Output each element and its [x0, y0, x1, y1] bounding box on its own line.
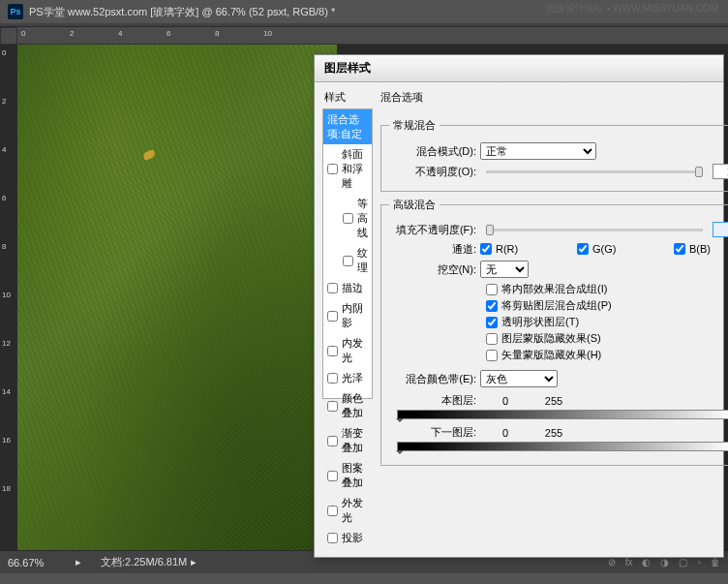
style-label: 描边	[342, 281, 363, 295]
adv-check[interactable]: 将内部效果混合成组(I)	[486, 282, 728, 296]
style-item[interactable]: 内发光	[323, 333, 372, 368]
fill-input[interactable]	[713, 222, 728, 237]
dialog-title[interactable]: 图层样式	[315, 55, 723, 82]
style-checkbox[interactable]	[327, 346, 338, 356]
styles-panel: 样式 混合选项:自定斜面和浮雕等高线纹理描边内阴影内发光光泽颜色叠加渐变叠加图案…	[322, 90, 373, 549]
link-icon[interactable]: ⊘	[608, 557, 616, 568]
style-label: 混合选项:自定	[327, 112, 368, 141]
new-icon[interactable]: ▫	[697, 557, 701, 568]
style-checkbox[interactable]	[327, 533, 338, 543]
style-checkbox[interactable]	[343, 256, 353, 266]
ruler-horizontal[interactable]: 0 2 4 6 8 10	[17, 27, 728, 45]
style-checkbox[interactable]	[327, 471, 338, 481]
style-item[interactable]: 投影	[323, 528, 372, 548]
blending-options-group: 混合选项	[380, 90, 728, 112]
blend-options-title: 混合选项	[380, 90, 728, 108]
adjust-icon[interactable]: ◑	[660, 557, 669, 568]
style-label: 图案叠加	[342, 461, 368, 490]
channels-label: 通道:	[389, 242, 476, 257]
fx-icon[interactable]: fx	[625, 557, 633, 568]
opacity-label: 不透明度(O):	[389, 165, 476, 179]
style-item[interactable]: 渐变叠加	[323, 423, 372, 458]
zoom-level[interactable]: 66.67%	[8, 557, 76, 569]
general-blend-group: 常规混合 混合模式(D): 正常 不透明度(O): %	[380, 118, 728, 192]
opacity-slider[interactable]	[486, 170, 703, 173]
style-checkbox[interactable]	[327, 436, 338, 446]
adv-check[interactable]: 将剪贴图层混合成组(P)	[486, 298, 728, 313]
channel-b[interactable]: B(B)	[674, 243, 728, 255]
style-label: 颜色叠加	[342, 391, 368, 420]
folder-icon[interactable]: ▢	[679, 557, 687, 568]
style-item[interactable]: 外发光	[323, 493, 372, 528]
blendif-label: 混合颜色带(E):	[389, 372, 476, 386]
blend-mode-select[interactable]: 正常	[480, 142, 596, 160]
ps-icon: Ps	[8, 4, 23, 19]
advanced-blend-group: 高级混合 填充不透明度(F): % 通道: R(R) G(G) B(B)	[380, 198, 728, 466]
adv-check[interactable]: 矢量蒙版隐藏效果(H)	[486, 348, 728, 362]
trash-icon[interactable]: 🗑	[711, 557, 720, 568]
style-checkbox[interactable]	[327, 283, 338, 293]
adv-check[interactable]: 图层蒙版隐藏效果(S)	[486, 331, 728, 346]
style-item[interactable]: 混合选项:自定	[323, 109, 372, 144]
style-item[interactable]: 描边	[323, 278, 372, 298]
general-legend: 常规混合	[389, 118, 440, 133]
style-label: 内阴影	[342, 301, 368, 330]
style-label: 斜面和浮雕	[342, 147, 368, 191]
document-title: PS学堂 www.52psxt.com [玻璃字效] @ 66.7% (52 p…	[29, 5, 335, 19]
style-checkbox[interactable]	[343, 213, 353, 224]
style-checkbox[interactable]	[327, 311, 338, 322]
knockout-select[interactable]: 无	[480, 261, 529, 278]
style-label: 光泽	[342, 371, 363, 385]
style-label: 投影	[342, 531, 363, 545]
under-layer-label: 下一图层:	[389, 425, 486, 440]
blendif-select[interactable]: 灰色	[480, 370, 558, 387]
channel-r[interactable]: R(R)	[480, 243, 567, 255]
advanced-legend: 高级混合	[389, 198, 440, 212]
arrow-icon[interactable]: ▸	[191, 556, 197, 569]
style-checkbox[interactable]	[327, 164, 338, 174]
under-layer-slider[interactable]	[397, 442, 728, 451]
style-item[interactable]: 等高线	[323, 194, 372, 243]
style-item[interactable]: 内阴影	[323, 298, 372, 333]
watermark: 思缘设计论坛 - WWW.MISSYUAN.COM	[546, 2, 718, 15]
style-checkbox[interactable]	[327, 401, 338, 412]
status-icons: ⊘ fx ◐ ◑ ▢ ▫ 🗑	[608, 557, 720, 568]
ruler-corner	[0, 27, 17, 45]
style-label: 纹理	[357, 246, 368, 275]
style-item[interactable]: 光泽	[323, 368, 372, 388]
options-panel: 混合选项 常规混合 混合模式(D): 正常 不透明度(O): % 高	[380, 90, 728, 549]
styles-list: 混合选项:自定斜面和浮雕等高线纹理描边内阴影内发光光泽颜色叠加渐变叠加图案叠加外…	[322, 108, 373, 399]
style-checkbox[interactable]	[327, 373, 338, 384]
style-item[interactable]: 颜色叠加	[323, 388, 372, 423]
channel-g[interactable]: G(G)	[577, 243, 664, 255]
knockout-label: 挖空(N):	[389, 262, 476, 277]
canvas-image	[17, 45, 337, 550]
opacity-input[interactable]	[713, 164, 728, 179]
mask-icon[interactable]: ◐	[642, 557, 651, 568]
styles-label: 样式	[322, 90, 373, 105]
this-layer-label: 本图层:	[389, 393, 486, 408]
fill-slider[interactable]	[486, 229, 703, 231]
this-layer-slider[interactable]	[397, 410, 728, 419]
blend-mode-label: 混合模式(D):	[389, 144, 476, 159]
style-item[interactable]: 图案叠加	[323, 458, 372, 493]
doc-info: 文档:2.25M/6.81M	[101, 555, 187, 569]
style-label: 外发光	[342, 496, 368, 525]
style-label: 等高线	[357, 197, 368, 240]
arrow-icon[interactable]: ▸	[76, 556, 81, 569]
style-label: 渐变叠加	[342, 426, 368, 455]
style-item[interactable]: 纹理	[323, 243, 372, 278]
fill-label: 填充不透明度(F):	[389, 223, 476, 237]
adv-check[interactable]: 透明形状图层(T)	[486, 315, 728, 329]
layer-style-dialog: 图层样式 样式 混合选项:自定斜面和浮雕等高线纹理描边内阴影内发光光泽颜色叠加渐…	[314, 54, 724, 558]
style-checkbox[interactable]	[327, 506, 338, 516]
style-label: 内发光	[342, 336, 368, 365]
style-item[interactable]: 斜面和浮雕	[323, 144, 372, 194]
